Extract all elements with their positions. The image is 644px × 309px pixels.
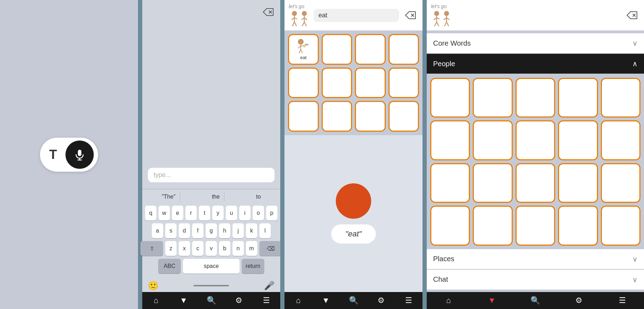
people-cell-16[interactable]: [430, 206, 470, 245]
key-c[interactable]: c: [192, 241, 203, 256]
aac-cell-6[interactable]: [322, 68, 352, 98]
people-cell-5[interactable]: [601, 78, 640, 118]
people-cell-7[interactable]: [473, 120, 512, 160]
key-h[interactable]: h: [219, 223, 230, 238]
people-cell-19[interactable]: [558, 206, 598, 245]
key-f[interactable]: f: [192, 223, 203, 238]
nav-home-4[interactable]: ⌂: [442, 294, 455, 307]
key-z[interactable]: z: [165, 241, 177, 256]
people-cell-13[interactable]: [516, 163, 555, 203]
category-core-words[interactable]: Core Words ∨: [427, 33, 644, 53]
category-people[interactable]: People ∧: [427, 54, 644, 74]
people-cell-2[interactable]: [473, 78, 512, 118]
key-a[interactable]: a: [152, 223, 163, 238]
autocomplete-to[interactable]: to: [252, 192, 265, 201]
key-return[interactable]: return: [242, 259, 264, 274]
key-space[interactable]: space: [183, 259, 240, 274]
key-n[interactable]: n: [232, 241, 244, 256]
key-i[interactable]: i: [239, 206, 251, 221]
aac-cell-11[interactable]: [355, 101, 386, 132]
key-q[interactable]: q: [145, 206, 156, 221]
nav-search-2[interactable]: 🔍: [205, 294, 218, 307]
nav-back-3[interactable]: ▼: [320, 294, 332, 307]
nav-settings-2[interactable]: ⚙: [232, 294, 245, 307]
people-cell-20[interactable]: [601, 206, 640, 245]
nav-home-2[interactable]: ⌂: [150, 294, 162, 307]
key-x[interactable]: x: [179, 241, 190, 256]
key-t[interactable]: t: [199, 206, 210, 221]
people-cell-9[interactable]: [558, 120, 598, 160]
people-cell-17[interactable]: [473, 206, 512, 245]
key-o[interactable]: o: [253, 206, 264, 221]
nav-search-4[interactable]: 🔍: [529, 294, 542, 307]
key-l[interactable]: l: [259, 223, 271, 238]
key-backspace[interactable]: ⌫: [259, 241, 282, 256]
keyboard-mic-button[interactable]: 🎤: [264, 281, 275, 291]
aac-cell-8[interactable]: [389, 68, 419, 98]
emoji-button[interactable]: 🙂: [148, 281, 159, 291]
category-close-icon: [626, 10, 638, 20]
key-v[interactable]: v: [206, 241, 217, 256]
type-input[interactable]: type...: [148, 168, 275, 182]
nav-home-3[interactable]: ⌂: [292, 294, 305, 307]
people-cell-8[interactable]: [516, 120, 555, 160]
aac-cell-10[interactable]: [322, 101, 352, 132]
nav-settings-3[interactable]: ⚙: [375, 294, 387, 307]
autocomplete-bar: "The" the to: [142, 189, 280, 204]
key-d[interactable]: d: [179, 223, 190, 238]
nav-menu-4[interactable]: ☰: [616, 294, 629, 307]
key-y[interactable]: y: [212, 206, 224, 221]
people-cell-14[interactable]: [558, 163, 598, 203]
people-cell-1[interactable]: [430, 78, 470, 118]
key-p[interactable]: p: [266, 206, 277, 221]
people-cell-10[interactable]: [601, 120, 640, 160]
mic-button[interactable]: [65, 141, 94, 169]
nav-settings-4[interactable]: ⚙: [573, 294, 585, 307]
aac-cell-2[interactable]: [322, 34, 352, 65]
aac-cell-3[interactable]: [355, 34, 386, 65]
aac-cell-7[interactable]: [355, 68, 386, 98]
input-toggle[interactable]: T: [40, 138, 98, 172]
autocomplete-the[interactable]: the: [208, 192, 224, 201]
key-m[interactable]: m: [246, 241, 257, 256]
category-chat[interactable]: Chat ∨: [427, 270, 644, 290]
nav-search-3[interactable]: 🔍: [347, 294, 360, 307]
aac-cell-eat[interactable]: eat: [288, 34, 319, 65]
nav-back-4[interactable]: ▼: [485, 294, 498, 307]
aac-cell-9[interactable]: [288, 101, 319, 132]
people-cell-15[interactable]: [601, 163, 640, 203]
key-j[interactable]: j: [232, 223, 244, 238]
key-abc[interactable]: ABC: [158, 259, 181, 274]
category-places[interactable]: Places ∨: [427, 249, 644, 269]
panel-separator-2: [280, 0, 284, 309]
aac-cell-5[interactable]: [288, 68, 319, 98]
key-k[interactable]: k: [246, 223, 257, 238]
autocomplete-the-quoted[interactable]: "The": [157, 192, 180, 201]
record-button[interactable]: [336, 183, 371, 219]
aac-close-button[interactable]: [403, 7, 418, 23]
people-cell-4[interactable]: [558, 78, 598, 118]
aac-search-bar[interactable]: eat: [314, 9, 399, 22]
key-s[interactable]: s: [165, 223, 177, 238]
key-g[interactable]: g: [206, 223, 217, 238]
nav-menu-3[interactable]: ☰: [402, 294, 415, 307]
key-shift[interactable]: ⇧: [140, 241, 163, 256]
aac-cell-12[interactable]: [389, 101, 419, 132]
aac-cell-4[interactable]: [389, 34, 419, 65]
people-cell-12[interactable]: [473, 163, 512, 203]
key-r[interactable]: r: [185, 206, 197, 221]
nav-back-2[interactable]: ▼: [177, 294, 190, 307]
people-cell-18[interactable]: [516, 206, 555, 245]
svg-point-11: [302, 11, 307, 16]
key-u[interactable]: u: [226, 206, 237, 221]
people-cell-6[interactable]: [430, 120, 470, 160]
key-e[interactable]: e: [172, 206, 183, 221]
people-cell-11[interactable]: [430, 163, 470, 203]
keyboard-close-button[interactable]: [260, 4, 276, 20]
key-b[interactable]: b: [219, 241, 230, 256]
svg-point-32: [444, 11, 449, 16]
people-cell-3[interactable]: [516, 78, 555, 118]
nav-menu-2[interactable]: ☰: [260, 294, 273, 307]
key-w[interactable]: w: [159, 206, 170, 221]
category-close-button[interactable]: [624, 7, 640, 23]
